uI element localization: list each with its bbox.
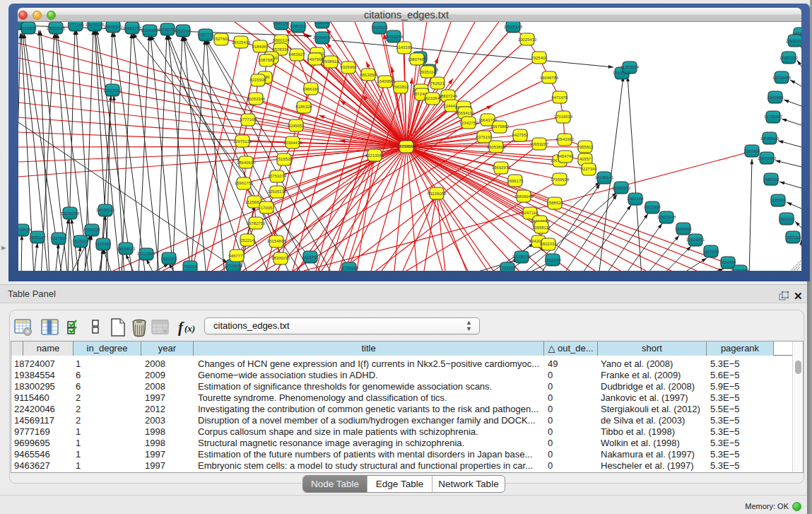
svg-text:12505135: 12505135	[268, 189, 287, 194]
svg-text:7515526: 7515526	[276, 157, 293, 161]
svg-text:9327504: 9327504	[50, 236, 67, 240]
svg-text:11156827: 11156827	[141, 28, 159, 33]
svg-text:10688609: 10688609	[760, 136, 779, 141]
svg-text:8471676: 8471676	[551, 95, 568, 100]
svg-text:2087682: 2087682	[258, 58, 275, 62]
svg-text:1621072: 1621072	[160, 257, 177, 261]
svg-text:16154808: 16154808	[267, 239, 286, 243]
svg-text:12975125: 12975125	[233, 139, 252, 144]
svg-text:6966160: 6966160	[273, 22, 290, 25]
svg-text:12213363: 12213363	[103, 88, 122, 93]
svg-text:40557: 40557	[579, 157, 592, 161]
svg-text:7955812: 7955812	[577, 145, 594, 149]
svg-text:17016504: 17016504	[554, 115, 573, 119]
svg-text:10654112: 10654112	[456, 111, 475, 115]
svg-text:5578334: 5578334	[272, 47, 289, 52]
svg-text:16046786: 16046786	[540, 76, 559, 80]
svg-text:(x): (x)	[184, 323, 195, 334]
svg-text:19654923: 19654923	[117, 247, 136, 251]
svg-text:10653287: 10653287	[530, 142, 549, 146]
svg-text:8600124: 8600124	[273, 38, 290, 42]
svg-text:10975867: 10975867	[490, 124, 510, 129]
svg-text:10973493: 10973493	[758, 156, 777, 160]
svg-text:8822037: 8822037	[540, 242, 557, 246]
svg-text:15809948: 15809948	[514, 194, 534, 199]
svg-text:9457771: 9457771	[228, 254, 245, 258]
svg-text:14938222: 14938222	[96, 208, 115, 212]
svg-text:12923448: 12923448	[657, 215, 676, 219]
svg-text:1167534: 1167534	[703, 250, 720, 254]
svg-text:7485003: 7485003	[763, 177, 779, 182]
svg-text:12975125: 12975125	[86, 23, 105, 27]
svg-text:15751074: 15751074	[384, 35, 404, 39]
svg-text:15720407: 15720407	[764, 115, 783, 119]
svg-text:16782759: 16782759	[247, 221, 266, 226]
svg-text:17957252: 17957252	[779, 56, 799, 60]
svg-text:7925402: 7925402	[531, 56, 548, 60]
svg-text:10756928: 10756928	[340, 266, 359, 270]
svg-text:2367608: 2367608	[743, 149, 760, 153]
svg-text:1610755: 1610755	[302, 255, 319, 259]
svg-text:1588520: 1588520	[546, 201, 563, 205]
svg-text:17005: 17005	[261, 206, 273, 210]
svg-text:20206576: 20206576	[512, 255, 531, 259]
svg-text:16053809: 16053809	[487, 145, 506, 149]
svg-text:20691406: 20691406	[786, 39, 801, 43]
svg-text:9463627: 9463627	[288, 52, 305, 57]
svg-text:18640910: 18640910	[237, 160, 256, 165]
svg-text:10543382: 10543382	[555, 137, 575, 141]
svg-text:9777169: 9777169	[240, 117, 257, 122]
svg-text:252214: 252214	[240, 238, 255, 243]
svg-text:8813054: 8813054	[360, 73, 377, 77]
svg-text:1975107: 1975107	[29, 235, 46, 240]
svg-text:53226058: 53226058	[428, 192, 447, 196]
svg-text:12505135: 12505135	[504, 25, 523, 29]
svg-text:1696175: 1696175	[507, 179, 524, 183]
svg-text:13524851: 13524851	[686, 238, 705, 242]
svg-text:7663822: 7663822	[392, 85, 409, 89]
svg-text:12342757: 12342757	[459, 121, 478, 125]
svg-text:15692971: 15692971	[492, 165, 511, 170]
svg-text:252214: 252214	[176, 29, 191, 33]
svg-text:1612078: 1612078	[544, 258, 561, 262]
svg-text:1362615: 1362615	[778, 217, 795, 221]
svg-text:9699695: 9699695	[675, 227, 692, 231]
svg-text:9329966: 9329966	[340, 65, 357, 69]
svg-text:18300295: 18300295	[271, 256, 290, 260]
svg-text:1640950: 1640950	[377, 79, 394, 83]
svg-text:6379197: 6379197	[476, 135, 493, 139]
svg-text:11353594: 11353594	[620, 65, 640, 69]
svg-text:12093372: 12093372	[612, 186, 631, 190]
svg-text:7515526: 7515526	[371, 25, 388, 30]
svg-text:8454749: 8454749	[557, 154, 574, 158]
svg-text:17359934: 17359934	[551, 177, 570, 182]
svg-text:18325419: 18325419	[232, 40, 251, 45]
svg-text:9777169: 9777169	[67, 23, 84, 27]
svg-text:1733426: 1733426	[499, 266, 516, 270]
svg-text:14136141: 14136141	[595, 175, 614, 180]
svg-text:10719155: 10719155	[224, 264, 243, 268]
svg-text:9184067: 9184067	[252, 45, 269, 49]
svg-text:8912954: 8912954	[644, 205, 661, 209]
svg-text:3824554: 3824554	[719, 260, 736, 264]
svg-text:9227343: 9227343	[580, 167, 597, 171]
svg-text:19384554: 19384554	[731, 269, 750, 271]
svg-text:53226058: 53226058	[61, 211, 80, 216]
svg-text:8215938: 8215938	[20, 26, 37, 30]
svg-text:8267110: 8267110	[522, 211, 539, 215]
svg-text:13716485: 13716485	[772, 76, 792, 80]
svg-text:10807487: 10807487	[408, 57, 427, 62]
svg-text:16961755: 16961755	[235, 181, 254, 185]
svg-text:20364436: 20364436	[283, 141, 302, 145]
svg-text:6794028: 6794028	[83, 228, 100, 232]
svg-text:2803144: 2803144	[627, 197, 644, 201]
svg-text:7357224: 7357224	[784, 235, 801, 240]
svg-text:18807249: 18807249	[439, 94, 458, 98]
svg-text:18724007: 18724007	[397, 144, 416, 148]
svg-text:20053346: 20053346	[47, 26, 66, 30]
svg-text:2242848: 2242848	[767, 95, 784, 100]
svg-text:9427552: 9427552	[512, 133, 529, 137]
svg-text:10958117: 10958117	[532, 226, 551, 230]
svg-text:9457771: 9457771	[197, 33, 214, 37]
svg-text:8186328: 8186328	[295, 105, 312, 109]
